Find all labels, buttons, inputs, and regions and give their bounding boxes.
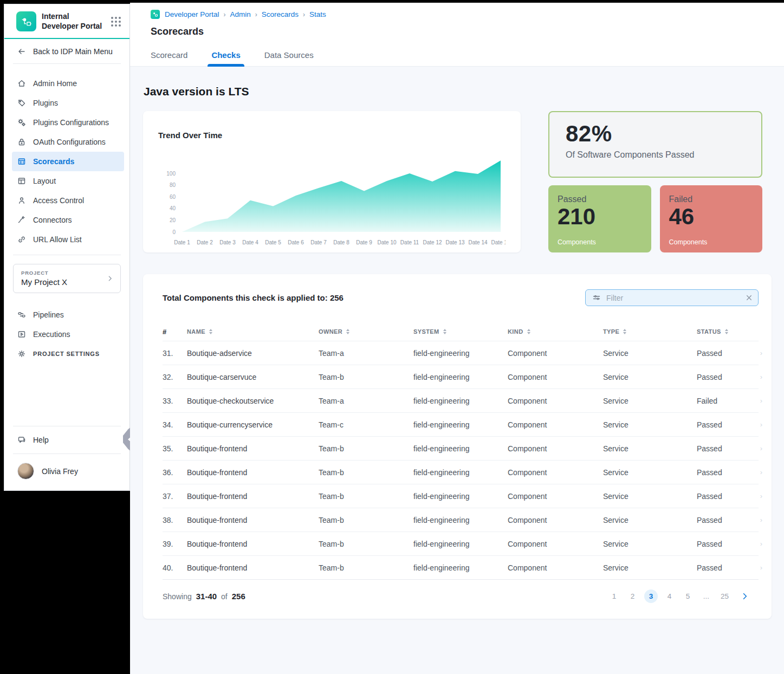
page-number-2[interactable]: 2 bbox=[626, 589, 639, 603]
sidebar-item-label: URL Allow List bbox=[33, 235, 82, 244]
clear-filter-icon[interactable] bbox=[746, 294, 753, 301]
cell-owner: Team-b bbox=[319, 516, 413, 524]
tab-data-sources[interactable]: Data Sources bbox=[264, 50, 314, 66]
cell-owner: Team-a bbox=[319, 349, 413, 358]
page-body: Java version is LTS Trend Over Time 0204… bbox=[130, 85, 784, 619]
breadcrumb-link-scorecards[interactable]: Scorecards bbox=[262, 10, 299, 18]
back-to-main-menu[interactable]: Back to IDP Main Menu bbox=[4, 39, 129, 63]
cell-owner: Team-b bbox=[319, 468, 413, 477]
sidebar-item-project-settings[interactable]: PROJECT SETTINGS bbox=[12, 344, 124, 364]
column-header-owner[interactable]: OWNER bbox=[319, 328, 413, 335]
table-row[interactable]: 33.Boutique-checkoutserviceTeam-afield-e… bbox=[163, 388, 759, 412]
table-row[interactable]: 31.Boutique-adserviceTeam-afield-enginee… bbox=[163, 341, 759, 365]
help-button[interactable]: Help bbox=[4, 426, 129, 453]
sidebar-item-oauth-configurations[interactable]: OAuth Configurations bbox=[12, 132, 124, 152]
showing-total: 256 bbox=[232, 592, 245, 601]
cell-name: Boutique-frontend bbox=[187, 492, 319, 501]
sidebar-item-label: Scorecards bbox=[33, 157, 74, 166]
topbar: Developer Portal › Admin › Scorecards › … bbox=[130, 3, 784, 67]
sidebar-item-plugins-configurations[interactable]: Plugins Configurations bbox=[12, 113, 124, 132]
page-number-5[interactable]: 5 bbox=[681, 589, 695, 603]
chart-title: Trend Over Time bbox=[158, 131, 506, 140]
breadcrumb-logo-icon bbox=[151, 10, 160, 19]
sidebar-item-admin-home[interactable]: Admin Home bbox=[12, 74, 124, 93]
user-menu[interactable]: Olivia Frey bbox=[4, 454, 129, 490]
showing-summary: Showing 31-40 of 256 bbox=[163, 592, 245, 601]
sidebar-item-connectors[interactable]: Connectors bbox=[12, 210, 124, 230]
next-page-button[interactable] bbox=[741, 592, 749, 600]
filter-sliders-icon bbox=[592, 294, 601, 302]
back-label: Back to IDP Main Menu bbox=[33, 47, 113, 56]
table-row[interactable]: 35.Boutique-frontendTeam-bfield-engineer… bbox=[163, 436, 759, 460]
table-row[interactable]: 34.Boutique-currencyserviceTeam-cfield-e… bbox=[163, 412, 759, 436]
apps-grid-icon[interactable] bbox=[111, 17, 121, 27]
percent-value: 82% bbox=[566, 121, 745, 147]
tab-checks[interactable]: Checks bbox=[211, 50, 240, 66]
table-row[interactable]: 37.Boutique-frontendTeam-bfield-engineer… bbox=[163, 484, 759, 508]
cell-kind: Component bbox=[508, 563, 603, 572]
user-name: Olivia Frey bbox=[42, 467, 78, 476]
project-selector[interactable]: PROJECT My Project X bbox=[13, 264, 121, 293]
filter-input[interactable] bbox=[606, 294, 740, 302]
breadcrumb-link-admin[interactable]: Admin bbox=[230, 10, 251, 18]
breadcrumb-link-stats[interactable]: Stats bbox=[309, 10, 326, 18]
failed-caption: Components bbox=[669, 238, 754, 246]
cell-idx: 37. bbox=[163, 492, 187, 501]
sidebar-item-plugins[interactable]: Plugins bbox=[12, 93, 124, 113]
failed-label: Failed bbox=[669, 195, 754, 204]
sidebar-item-label: Connectors bbox=[33, 216, 72, 224]
cell-owner: Team-b bbox=[319, 444, 413, 453]
cell-status: Passed bbox=[697, 563, 755, 572]
svg-text:100: 100 bbox=[166, 171, 176, 177]
column-header-status[interactable]: STATUS bbox=[697, 328, 755, 335]
cell-name: Boutique-frontend bbox=[187, 468, 319, 477]
cell-system: field-engineering bbox=[413, 420, 508, 429]
column-header-name[interactable]: NAME bbox=[187, 328, 319, 335]
sidebar-item-label: Layout bbox=[33, 177, 56, 185]
svg-text:Date 15: Date 15 bbox=[491, 239, 506, 245]
cell-name: Boutique-adservice bbox=[187, 349, 319, 358]
svg-text:80: 80 bbox=[170, 182, 176, 188]
cell-system: field-engineering bbox=[413, 349, 508, 358]
showing-range: 31-40 bbox=[196, 592, 217, 601]
pagination: 12345...25 bbox=[607, 589, 749, 603]
tab-scorecard[interactable]: Scorecard bbox=[151, 50, 187, 66]
table-row[interactable]: 39.Boutique-frontendTeam-bfield-engineer… bbox=[163, 532, 759, 555]
sidebar-header: Internal Developer Portal bbox=[4, 4, 129, 38]
sidebar-item-label: Pipelines bbox=[33, 310, 64, 319]
page-number-3[interactable]: 3 bbox=[644, 589, 658, 603]
table-row[interactable]: 38.Boutique-frontendTeam-bfield-engineer… bbox=[163, 508, 759, 532]
sidebar-item-url-allow-list[interactable]: URL Allow List bbox=[12, 230, 124, 249]
row-chevron-icon: › bbox=[755, 516, 762, 524]
table-body: 31.Boutique-adserviceTeam-afield-enginee… bbox=[163, 341, 759, 579]
svg-text:Date 13: Date 13 bbox=[445, 239, 464, 245]
cell-idx: 34. bbox=[163, 420, 187, 429]
sidebar-item-executions[interactable]: Executions bbox=[12, 325, 124, 344]
svg-text:Date 10: Date 10 bbox=[377, 239, 396, 245]
cell-status: Passed bbox=[697, 349, 755, 358]
cell-owner: Team-b bbox=[319, 563, 413, 572]
cell-owner: Team-b bbox=[319, 373, 413, 381]
column-header-type[interactable]: TYPE bbox=[603, 328, 697, 335]
sidebar-item-layout[interactable]: Layout bbox=[12, 171, 124, 191]
svg-text:Date 11: Date 11 bbox=[400, 239, 419, 245]
svg-text:Date 14: Date 14 bbox=[468, 239, 487, 245]
sidebar-item-pipelines[interactable]: Pipelines bbox=[12, 305, 124, 325]
cell-type: Service bbox=[603, 563, 697, 572]
page-number-4[interactable]: 4 bbox=[663, 589, 676, 603]
table-row[interactable]: 36.Boutique-frontendTeam-bfield-engineer… bbox=[163, 460, 759, 484]
breadcrumb-link-developer-portal[interactable]: Developer Portal bbox=[165, 10, 219, 18]
sidebar-item-scorecards[interactable]: Scorecards bbox=[12, 152, 124, 171]
page-number-25[interactable]: 25 bbox=[718, 589, 731, 603]
svg-text:Date 3: Date 3 bbox=[219, 239, 236, 245]
sidebar-item-access-control[interactable]: Access Control bbox=[12, 191, 124, 210]
page-number-1[interactable]: 1 bbox=[607, 589, 621, 603]
column-header-index: # bbox=[163, 328, 187, 336]
cell-owner: Team-c bbox=[319, 420, 413, 429]
column-header-system[interactable]: SYSTEM bbox=[413, 328, 508, 335]
column-header-kind[interactable]: KIND bbox=[508, 328, 603, 335]
cell-system: field-engineering bbox=[413, 397, 508, 405]
filter-box bbox=[585, 289, 759, 306]
table-row[interactable]: 40.Boutique-frontendTeam-bfield-engineer… bbox=[163, 555, 759, 579]
table-row[interactable]: 32.Boutique-carservuceTeam-bfield-engine… bbox=[163, 365, 759, 388]
